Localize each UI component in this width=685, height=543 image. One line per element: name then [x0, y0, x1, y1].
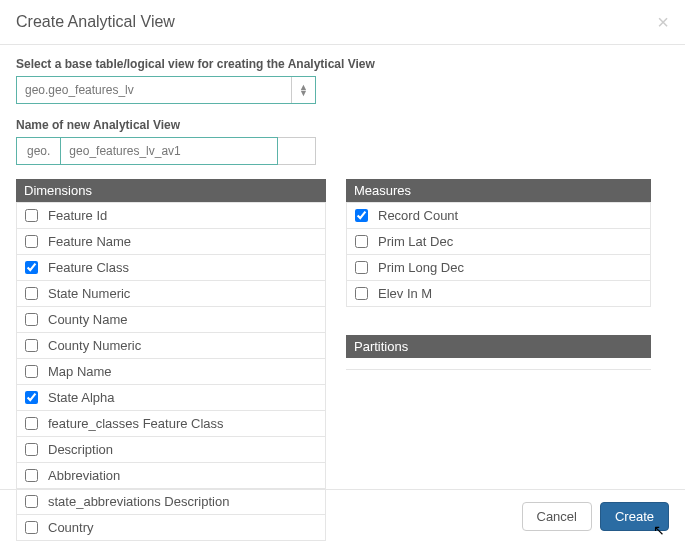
av-name-row: geo. — [16, 137, 316, 165]
dimension-checkbox[interactable] — [25, 391, 38, 404]
dimension-checkbox[interactable] — [25, 287, 38, 300]
dimension-label: Feature Class — [48, 260, 129, 275]
partitions-body — [346, 358, 651, 370]
cancel-button[interactable]: Cancel — [522, 502, 592, 531]
dimension-item[interactable]: Feature Class — [16, 255, 326, 281]
dimension-label: feature_classes Feature Class — [48, 416, 224, 431]
measure-checkbox[interactable] — [355, 235, 368, 248]
measure-label: Elev In M — [378, 286, 432, 301]
dimension-checkbox[interactable] — [25, 339, 38, 352]
av-name-input[interactable] — [61, 137, 278, 165]
right-column: Measures Record CountPrim Lat DecPrim Lo… — [346, 179, 651, 541]
dimension-label: County Name — [48, 312, 127, 327]
dimension-item[interactable]: State Alpha — [16, 385, 326, 411]
measure-label: Prim Long Dec — [378, 260, 464, 275]
measure-checkbox[interactable] — [355, 261, 368, 274]
av-name-suffix — [278, 137, 316, 165]
base-table-select[interactable]: geo.geo_features_lv ▲▼ — [16, 76, 316, 104]
base-table-label: Select a base table/logical view for cre… — [16, 57, 669, 71]
measure-label: Prim Lat Dec — [378, 234, 453, 249]
dimensions-panel: Dimensions Feature IdFeature NameFeature… — [16, 179, 326, 541]
partitions-header: Partitions — [346, 335, 651, 358]
dimension-item[interactable]: feature_classes Feature Class — [16, 411, 326, 437]
dimension-item[interactable]: Feature Name — [16, 229, 326, 255]
modal-body: Select a base table/logical view for cre… — [0, 45, 685, 543]
dimension-label: State Alpha — [48, 390, 115, 405]
dimension-checkbox[interactable] — [25, 235, 38, 248]
measure-label: Record Count — [378, 208, 458, 223]
measure-item[interactable]: Prim Lat Dec — [346, 229, 651, 255]
close-button[interactable]: × — [657, 12, 669, 32]
select-arrow-icon[interactable]: ▲▼ — [291, 77, 315, 103]
dimension-item[interactable]: County Numeric — [16, 333, 326, 359]
modal-footer: Cancel Create ↖ — [0, 489, 685, 543]
dimension-checkbox[interactable] — [25, 469, 38, 482]
modal-header: Create Analytical View × — [0, 0, 685, 45]
dimension-checkbox[interactable] — [25, 261, 38, 274]
modal-title: Create Analytical View — [16, 13, 175, 31]
dimension-label: Feature Id — [48, 208, 107, 223]
av-name-prefix: geo. — [16, 137, 61, 165]
base-table-value: geo.geo_features_lv — [17, 77, 291, 103]
dimension-item[interactable]: Feature Id — [16, 202, 326, 229]
measure-item[interactable]: Elev In M — [346, 281, 651, 307]
dimension-item[interactable]: Abbreviation — [16, 463, 326, 489]
dimension-checkbox[interactable] — [25, 417, 38, 430]
measure-item[interactable]: Record Count — [346, 202, 651, 229]
cursor-icon: ↖ — [653, 522, 665, 538]
measures-header: Measures — [346, 179, 651, 202]
measure-checkbox[interactable] — [355, 209, 368, 222]
dimension-checkbox[interactable] — [25, 365, 38, 378]
dimension-label: Description — [48, 442, 113, 457]
av-name-label: Name of new Analytical View — [16, 118, 669, 132]
measures-panel: Measures Record CountPrim Lat DecPrim Lo… — [346, 179, 651, 307]
dimension-item[interactable]: Description — [16, 437, 326, 463]
dimensions-header: Dimensions — [16, 179, 326, 202]
dimension-label: Map Name — [48, 364, 112, 379]
dimension-label: Feature Name — [48, 234, 131, 249]
dimension-checkbox[interactable] — [25, 209, 38, 222]
dimension-checkbox[interactable] — [25, 313, 38, 326]
dimension-label: County Numeric — [48, 338, 141, 353]
dimension-item[interactable]: Map Name — [16, 359, 326, 385]
dimension-label: Abbreviation — [48, 468, 120, 483]
measures-list: Record CountPrim Lat DecPrim Long DecEle… — [346, 202, 651, 307]
measure-checkbox[interactable] — [355, 287, 368, 300]
dimension-label: State Numeric — [48, 286, 130, 301]
dimension-item[interactable]: State Numeric — [16, 281, 326, 307]
measure-item[interactable]: Prim Long Dec — [346, 255, 651, 281]
dimension-item[interactable]: County Name — [16, 307, 326, 333]
dimension-checkbox[interactable] — [25, 443, 38, 456]
